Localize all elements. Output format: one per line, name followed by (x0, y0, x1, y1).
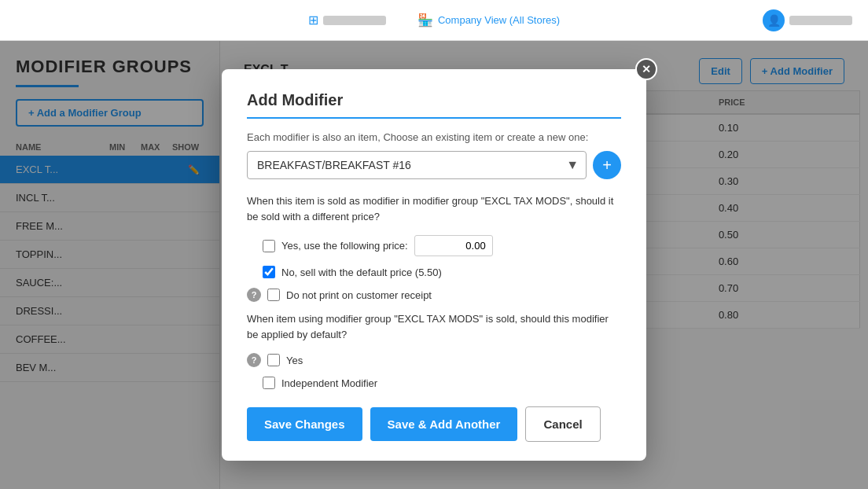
store-icon: 🏪 (417, 13, 433, 28)
help-icon[interactable]: ? (247, 288, 261, 302)
option2-label: No, sell with the default price (5.50) (281, 267, 442, 278)
option1-label: Yes, use the following price: (281, 240, 408, 252)
avatar: 👤 (763, 9, 785, 31)
price-input[interactable] (414, 235, 493, 256)
option3-label: Do not print on customer receipt (286, 289, 432, 301)
close-button[interactable]: ✕ (635, 58, 657, 80)
cancel-button[interactable]: Cancel (525, 406, 600, 442)
option1-row: Yes, use the following price: (247, 235, 621, 256)
company-view-label: Company View (All Stores) (438, 14, 560, 26)
option2-row: No, sell with the default price (5.50) (247, 266, 621, 278)
nav-item-grid[interactable]: ⊞ (308, 13, 386, 28)
nav-item-store[interactable]: 🏪 Company View (All Stores) (417, 13, 560, 28)
top-nav: ⊞ 🏪 Company View (All Stores) 👤 (0, 0, 868, 41)
modal-buttons: Save Changes Save & Add Another Cancel (247, 406, 621, 442)
save-changes-button[interactable]: Save Changes (247, 407, 362, 441)
option1-checkbox[interactable] (263, 240, 275, 252)
user-section[interactable]: 👤 (763, 9, 852, 31)
question1-text: When this item is sold as modifier in mo… (247, 193, 621, 224)
option5-checkbox[interactable] (263, 377, 275, 389)
help-icon-2[interactable]: ? (247, 353, 261, 367)
item-selector-row: BREAKFAST/BREAKFAST #16 ▼ + (247, 151, 621, 179)
option4-checkbox[interactable] (267, 354, 280, 366)
option3-row: ? Do not print on customer receipt (247, 288, 621, 302)
option3-checkbox[interactable] (267, 289, 280, 301)
item-dropdown[interactable]: BREAKFAST/BREAKFAST #16 (247, 151, 587, 179)
save-add-another-button[interactable]: Save & Add Another (370, 407, 518, 441)
option2-checkbox[interactable] (263, 266, 275, 278)
option4-label: Yes (286, 355, 303, 366)
option5-row: Independent Modifier (247, 377, 621, 389)
add-modifier-modal: ✕ Add Modifier Each modifier is also an … (222, 69, 646, 461)
question2-text: When item using modifier group "EXCL TAX… (247, 311, 621, 342)
main-content: MODIFIER GROUPS + Add a Modifier Group N… (0, 41, 868, 489)
modal-overlay: ✕ Add Modifier Each modifier is also an … (0, 41, 868, 489)
add-item-button[interactable]: + (593, 151, 621, 179)
option5-label: Independent Modifier (281, 377, 377, 389)
grid-icon: ⊞ (308, 13, 318, 28)
modal-title: Add Modifier (247, 91, 621, 119)
modal-subtitle: Each modifier is also an item, Choose an… (247, 131, 621, 143)
nav-blurred-text (323, 16, 386, 25)
username-blurred (789, 16, 852, 25)
item-dropdown-wrapper[interactable]: BREAKFAST/BREAKFAST #16 ▼ (247, 151, 587, 179)
user-icon: 👤 (767, 14, 781, 27)
option4-row: ? Yes (247, 353, 621, 367)
